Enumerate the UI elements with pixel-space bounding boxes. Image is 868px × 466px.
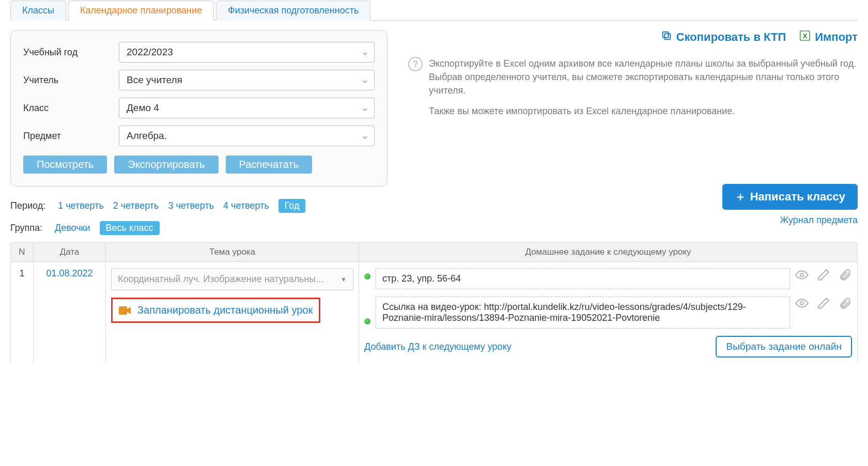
camera-icon [119,306,131,315]
paperclip-icon[interactable] [839,297,852,310]
teacher-value: Все учителя [127,74,182,86]
class-label: Класс [23,103,119,114]
period-label: Период: [10,200,45,211]
tab-planning[interactable]: Календарное планирование [68,1,214,21]
chevron-down-icon: ⌵ [363,132,367,140]
group-girls[interactable]: Девочки [55,223,90,234]
svg-point-6 [800,302,804,305]
filter-panel: Учебный год 2022/2023 ⌵ Учитель Все учит… [10,30,388,187]
choose-online-task-button[interactable]: Выбрать задание онлайн [716,336,852,358]
cell-n: 1 [11,262,34,364]
status-dot-icon [364,318,370,324]
hw-text-1[interactable]: стр. 23, упр. 56-64 [376,268,790,289]
topic-placeholder: Координатный луч. Изображение натуральны… [118,274,323,285]
th-date: Дата [34,243,106,262]
chevron-down-icon: ⌵ [363,104,367,112]
tab-fitness[interactable]: Физическая подготовленность [216,1,370,21]
chevron-down-icon: ⌵ [363,76,367,84]
year-select[interactable]: 2022/2023 ⌵ [119,42,375,63]
eye-icon[interactable] [795,297,809,310]
write-class-button[interactable]: ＋ Написать классу [722,184,858,210]
th-n: N [11,243,34,262]
subject-label: Предмет [23,131,119,142]
view-button[interactable]: Посмотреть [23,156,107,174]
export-button[interactable]: Экспортировать [114,156,218,174]
group-row: Группа: Девочки Весь класс [10,221,160,235]
th-hw: Домашнее задание к следующему уроку [359,243,858,262]
pencil-icon[interactable] [817,297,830,310]
status-dot-icon [364,273,370,279]
year-label: Учебный год [23,47,119,58]
svg-rect-1 [662,32,668,38]
teacher-label: Учитель [23,75,119,86]
dropdown-triangle-icon: ▼ [340,276,347,283]
plus-icon: ＋ [735,189,746,205]
chevron-down-icon: ⌵ [363,48,367,56]
subject-select[interactable]: Алгебра. ⌵ [119,126,375,146]
svg-point-5 [800,273,804,277]
copy-ktp-label: Скопировать в КТП [676,30,786,44]
help-text-1: Экспортируйте в Excel одним архивом все … [429,57,858,97]
group-all[interactable]: Весь класс [100,221,160,235]
table-header-row: N Дата Тема урока Домашнее задание к сле… [11,243,858,262]
journal-link[interactable]: Журнал предмета [780,215,858,226]
paperclip-icon[interactable] [839,268,852,282]
tab-classes[interactable]: Классы [10,1,66,21]
hw-text-2[interactable]: Ссылка на видео-урок: http://portal.kund… [376,297,790,329]
period-q2[interactable]: 2 четверть [113,200,159,211]
svg-rect-0 [664,34,670,39]
svg-text:X: X [803,32,808,40]
period-q3[interactable]: 3 четверть [168,200,214,211]
period-year[interactable]: Год [278,199,306,213]
help-text-2: Также вы можете импортировать из Excel к… [429,104,858,118]
pencil-icon[interactable] [817,268,830,282]
tab-bar: Классы Календарное планирование Физическ… [10,0,858,21]
help-icon: ? [408,57,423,71]
excel-icon: X [799,30,811,44]
topic-select[interactable]: Координатный луч. Изображение натуральны… [111,268,353,290]
period-q1[interactable]: 1 четверть [58,200,104,211]
lessons-table: N Дата Тема урока Домашнее задание к сле… [10,242,858,364]
class-select[interactable]: Демо 4 ⌵ [119,98,375,118]
th-topic: Тема урока [106,243,359,262]
add-hw-link[interactable]: Добавить ДЗ к следующему уроку [364,341,512,352]
distance-link-label: Запланировать дистанционный урок [137,304,313,316]
cell-date-link[interactable]: 01.08.2022 [46,268,92,278]
group-label: Группа: [10,223,42,234]
subject-value: Алгебра. [127,130,167,142]
svg-rect-4 [119,306,127,315]
teacher-select[interactable]: Все учителя ⌵ [119,70,375,90]
copy-icon [661,30,672,44]
import-label: Импорт [815,30,858,44]
print-button[interactable]: Распечатать [226,156,312,174]
eye-icon[interactable] [795,268,809,282]
plan-distance-lesson[interactable]: Запланировать дистанционный урок [111,298,320,323]
copy-ktp-link[interactable]: Скопировать в КТП [661,30,786,44]
class-value: Демо 4 [127,102,159,114]
write-class-label: Написать классу [750,190,845,204]
period-q4[interactable]: 4 четверть [223,200,269,211]
import-link[interactable]: X Импорт [799,30,858,44]
table-row: 1 01.08.2022 Координатный луч. Изображен… [11,262,858,364]
help-text: Экспортируйте в Excel одним архивом все … [429,57,858,118]
year-value: 2022/2023 [127,46,173,58]
